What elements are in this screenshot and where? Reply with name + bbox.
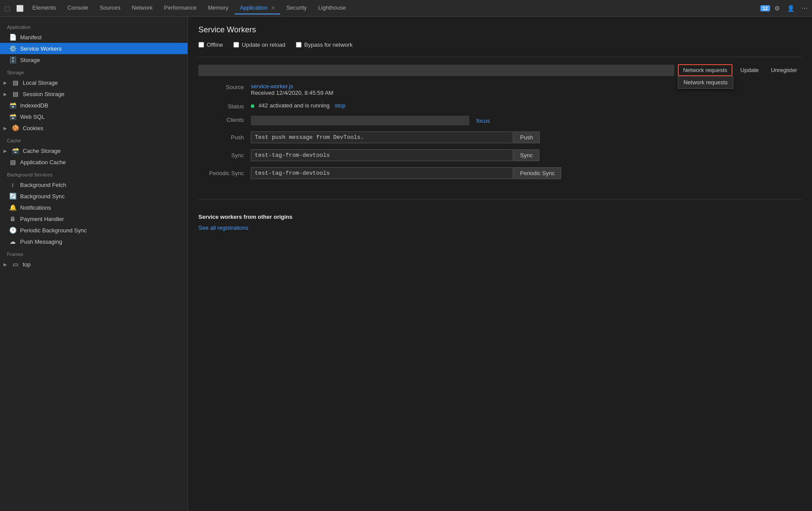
update-button[interactable]: Update bbox=[736, 65, 763, 75]
periodic-sync-label: Periodic Sync bbox=[198, 170, 251, 176]
sidebar-item-label: Session Storage bbox=[23, 91, 64, 97]
sync-input[interactable] bbox=[251, 149, 513, 161]
checkbox-update-on-reload[interactable]: Update on reload bbox=[233, 41, 285, 48]
sidebar-item-payment-handler[interactable]: 🖥 Payment Handler bbox=[0, 213, 187, 224]
sidebar-item-label: Service Workers bbox=[20, 45, 62, 52]
sidebar-item-notifications[interactable]: 🔔 Notifications bbox=[0, 202, 187, 213]
unregister-button[interactable]: Unregister bbox=[767, 65, 802, 75]
periodic-sync-row: Periodic Sync Periodic Sync bbox=[198, 167, 802, 179]
arrow-icon: ▶ bbox=[3, 80, 7, 85]
focus-link[interactable]: focus bbox=[476, 117, 490, 124]
checkbox-row: Offline Update on reload Bypass for netw… bbox=[198, 41, 802, 48]
sidebar-item-label: IndexedDB bbox=[20, 102, 48, 109]
update-on-reload-checkbox[interactable] bbox=[233, 42, 239, 48]
periodic-sync-input[interactable] bbox=[251, 167, 513, 179]
sidebar-item-label: Application Cache bbox=[20, 159, 66, 166]
tab-sources[interactable]: Sources bbox=[94, 2, 126, 14]
cursor-icon[interactable]: ⬚ bbox=[2, 3, 13, 14]
push-messaging-icon: ☁ bbox=[9, 238, 17, 245]
sidebar-item-label: Notifications bbox=[20, 204, 51, 211]
sidebar-item-push-messaging[interactable]: ☁ Push Messaging bbox=[0, 236, 187, 247]
offline-checkbox[interactable] bbox=[198, 42, 204, 48]
network-requests-tooltip: Network requests bbox=[678, 76, 733, 89]
sidebar: Application 📄 Manifest ⚙️ Service Worker… bbox=[0, 17, 188, 511]
clients-value: focus bbox=[251, 116, 802, 125]
sidebar-item-application-cache[interactable]: ▤ Application Cache bbox=[0, 156, 187, 168]
status-label: Status bbox=[198, 102, 251, 110]
bypass-for-network-checkbox[interactable] bbox=[296, 42, 302, 48]
sidebar-item-web-sql[interactable]: 🗃️ Web SQL bbox=[0, 111, 187, 122]
sidebar-item-service-workers[interactable]: ⚙️ Service Workers bbox=[0, 43, 187, 54]
source-link[interactable]: service-worker.js bbox=[251, 83, 293, 90]
checkbox-bypass-for-network[interactable]: Bypass for network bbox=[296, 41, 353, 48]
inspect-icon[interactable]: ⬜ bbox=[14, 3, 26, 14]
tab-close-icon[interactable]: ✕ bbox=[271, 5, 275, 10]
clients-input[interactable] bbox=[251, 116, 469, 125]
status-value: #42 activated and is running stop bbox=[251, 102, 802, 109]
checkbox-offline[interactable]: Offline bbox=[198, 41, 223, 48]
worker-status-row: Status #42 activated and is running stop bbox=[198, 102, 802, 110]
tab-memory[interactable]: Memory bbox=[203, 2, 234, 14]
other-origins-title: Service workers from other origins bbox=[198, 214, 802, 220]
bypass-for-network-label: Bypass for network bbox=[304, 41, 353, 48]
tab-lighthouse[interactable]: Lighthouse bbox=[313, 2, 351, 14]
tab-performance[interactable]: Performance bbox=[159, 2, 201, 14]
user-icon[interactable]: 👤 bbox=[784, 3, 797, 14]
offline-label: Offline bbox=[207, 41, 223, 48]
frame-icon: ▭ bbox=[11, 261, 19, 268]
sidebar-item-cookies[interactable]: ▶ 🍪 Cookies bbox=[0, 122, 187, 134]
main-layout: Application 📄 Manifest ⚙️ Service Worker… bbox=[0, 17, 812, 511]
worker-card: Network requests Network requests Update… bbox=[198, 57, 802, 192]
sidebar-item-label: Background Sync bbox=[20, 193, 65, 200]
background-fetch-icon: ↕ bbox=[9, 181, 17, 188]
sidebar-item-frames-top[interactable]: ▶ ▭ top bbox=[0, 259, 187, 270]
sync-button[interactable]: Sync bbox=[514, 149, 539, 161]
tabs-right-controls: 12 ⚙ 👤 ⋯ bbox=[760, 3, 810, 14]
sidebar-section-storage: Storage bbox=[0, 66, 187, 77]
session-storage-icon: ▤ bbox=[11, 90, 19, 97]
sidebar-item-label: Web SQL bbox=[20, 114, 45, 120]
storage-icon: 🗄️ bbox=[9, 56, 17, 63]
tab-security[interactable]: Security bbox=[281, 2, 312, 14]
sidebar-item-background-fetch[interactable]: ↕ Background Fetch bbox=[0, 179, 187, 190]
stop-link[interactable]: stop bbox=[335, 102, 346, 109]
sidebar-item-cache-storage[interactable]: ▶ 🗃️ Cache Storage bbox=[0, 145, 187, 156]
arrow-icon: ▶ bbox=[3, 126, 7, 131]
sidebar-section-frames: Frames bbox=[0, 247, 187, 259]
notification-badge: 12 bbox=[760, 5, 770, 11]
arrow-icon: ▶ bbox=[3, 92, 7, 97]
update-on-reload-label: Update on reload bbox=[242, 41, 285, 48]
tab-elements[interactable]: Elements bbox=[27, 2, 61, 14]
sidebar-item-label: Cache Storage bbox=[23, 148, 61, 154]
sidebar-item-label: Push Messaging bbox=[20, 238, 62, 245]
payment-handler-icon: 🖥 bbox=[9, 215, 17, 222]
periodic-sync-button[interactable]: Periodic Sync bbox=[514, 167, 561, 179]
sidebar-item-manifest[interactable]: 📄 Manifest bbox=[0, 31, 187, 43]
push-button[interactable]: Push bbox=[514, 131, 540, 143]
indexeddb-icon: 🗃️ bbox=[9, 102, 17, 109]
see-all-registrations-link[interactable]: See all registrations bbox=[198, 224, 248, 231]
tab-network[interactable]: Network bbox=[127, 2, 158, 14]
sync-label: Sync bbox=[198, 152, 251, 159]
worker-url-input[interactable] bbox=[198, 65, 674, 76]
status-dot-icon bbox=[251, 104, 254, 108]
sidebar-item-background-sync[interactable]: 🔄 Background Sync bbox=[0, 190, 187, 202]
more-icon[interactable]: ⋯ bbox=[799, 3, 810, 14]
local-storage-icon: ▤ bbox=[11, 79, 19, 86]
tab-console[interactable]: Console bbox=[62, 2, 94, 14]
sidebar-item-indexeddb[interactable]: 🗃️ IndexedDB bbox=[0, 100, 187, 111]
worker-header: Network requests Network requests Update… bbox=[198, 64, 802, 76]
push-input[interactable] bbox=[251, 131, 513, 143]
network-requests-button[interactable]: Network requests bbox=[678, 64, 732, 76]
received-value: Received 12/4/2020, 8:45:59 AM bbox=[251, 90, 333, 96]
settings-icon[interactable]: ⚙ bbox=[772, 3, 783, 14]
sidebar-item-storage[interactable]: 🗄️ Storage bbox=[0, 54, 187, 66]
sidebar-item-label: Background Fetch bbox=[20, 182, 66, 188]
gear-icon: ⚙️ bbox=[9, 45, 17, 52]
sidebar-item-label: Manifest bbox=[20, 34, 42, 41]
content-inner: Service Workers Offline Update on reload… bbox=[188, 17, 812, 247]
tab-application[interactable]: Application ✕ bbox=[235, 2, 280, 14]
sidebar-item-session-storage[interactable]: ▶ ▤ Session Storage bbox=[0, 88, 187, 100]
sidebar-item-periodic-bg-sync[interactable]: 🕐 Periodic Background Sync bbox=[0, 224, 187, 236]
sidebar-item-local-storage[interactable]: ▶ ▤ Local Storage bbox=[0, 77, 187, 88]
